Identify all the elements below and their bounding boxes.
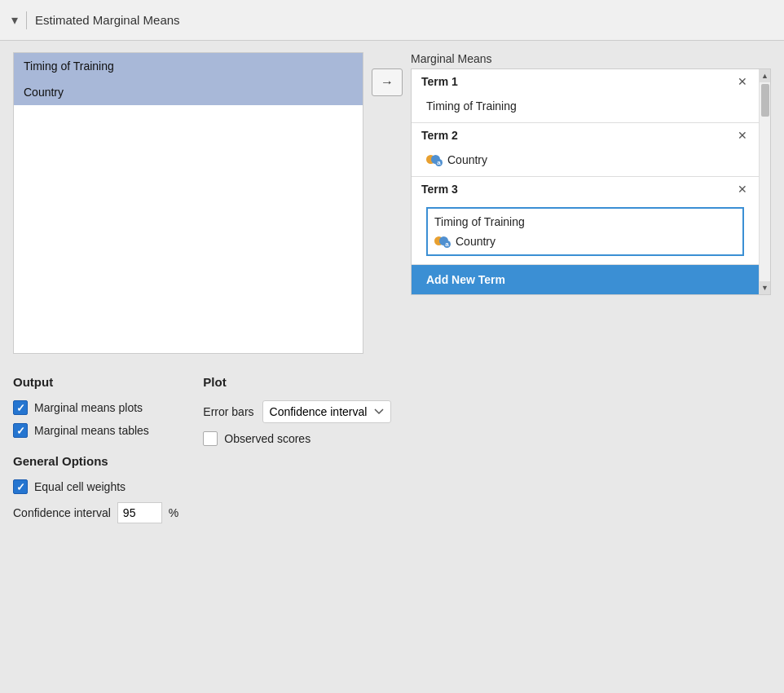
header-divider xyxy=(26,11,27,29)
marginal-means-label: Marginal Means xyxy=(411,52,771,65)
bottom-sections: Output ✓ Marginal means plots ✓ Marginal… xyxy=(13,370,771,523)
marginal-means-tables-row: ✓ Marginal means tables xyxy=(13,423,178,438)
term3-header: Term 3 ✕ xyxy=(412,177,759,201)
country-icon-term3: a xyxy=(434,235,451,248)
term3-inner-box: Timing of Training a Country xyxy=(426,207,744,256)
output-section: Output ✓ Marginal means plots ✓ Marginal… xyxy=(13,375,178,523)
observed-scores-label: Observed scores xyxy=(224,432,311,445)
plot-section-title: Plot xyxy=(203,375,390,389)
general-options-section: General Options ✓ Equal cell weights Con… xyxy=(13,454,178,523)
main-content: Timing of Training Country → Marginal Me… xyxy=(0,41,784,535)
term2-body: a Country xyxy=(412,148,759,176)
collapse-icon[interactable]: ▾ xyxy=(11,12,18,28)
list-empty-area xyxy=(14,105,363,353)
term3-timing-label: Timing of Training xyxy=(434,215,525,228)
term2-item-country: a Country xyxy=(426,152,744,168)
term3-label: Term 3 xyxy=(421,183,458,196)
country-icon-term2: a xyxy=(426,153,443,166)
term2-block: Term 2 ✕ a Country xyxy=(412,123,759,177)
term2-close-button[interactable]: ✕ xyxy=(736,130,749,141)
term1-block: Term 1 ✕ Timing of Training xyxy=(412,69,759,123)
scrollbar-area: Term 1 ✕ Timing of Training xyxy=(412,69,770,294)
term1-label: Term 1 xyxy=(421,75,458,88)
scrollbar-up-arrow[interactable]: ▲ xyxy=(760,69,771,82)
error-bars-label: Error bars xyxy=(203,405,253,418)
general-options-title: General Options xyxy=(13,454,178,468)
marginal-means-tables-label: Marginal means tables xyxy=(34,424,149,437)
term1-header: Term 1 ✕ xyxy=(412,69,759,94)
checkmark-2: ✓ xyxy=(16,426,25,436)
term1-item-timing: Timing of Training xyxy=(426,98,744,114)
header-title: Estimated Marginal Means xyxy=(35,13,180,27)
error-bars-row: Error bars Confidence interval Standard … xyxy=(203,400,390,423)
move-right-button[interactable]: → xyxy=(372,68,403,96)
marginal-means-box: Term 1 ✕ Timing of Training xyxy=(411,68,771,295)
term1-body: Timing of Training xyxy=(412,94,759,122)
observed-scores-row: Observed scores xyxy=(203,431,390,446)
term3-country-label: Country xyxy=(456,235,496,248)
left-listbox: Timing of Training Country xyxy=(13,52,363,354)
checkmark-1: ✓ xyxy=(16,403,25,413)
equal-cell-weights-row: ✓ Equal cell weights xyxy=(13,479,178,494)
term3-item-timing: Timing of Training xyxy=(434,214,736,230)
arrow-btn-container: → xyxy=(372,52,403,96)
term3-block: Term 3 ✕ Timing of Training xyxy=(412,177,759,265)
equal-cell-weights-checkbox[interactable]: ✓ xyxy=(13,479,28,494)
confidence-interval-label: Confidence interval xyxy=(13,506,111,519)
scrollbar-track: ▲ ▼ xyxy=(759,69,770,294)
header-bar: ▾ Estimated Marginal Means xyxy=(0,0,784,41)
equal-cell-weights-label: Equal cell weights xyxy=(34,480,126,493)
observed-scores-checkbox[interactable] xyxy=(203,431,218,446)
error-bars-select[interactable]: Confidence interval Standard error None xyxy=(262,400,391,423)
term2-header: Term 2 ✕ xyxy=(412,123,759,148)
term1-close-button[interactable]: ✕ xyxy=(736,76,749,87)
circle-a-2: a xyxy=(443,241,451,248)
confidence-interval-row: Confidence interval % xyxy=(13,502,178,523)
term3-item-country: a Country xyxy=(434,233,736,249)
term2-label: Term 2 xyxy=(421,129,458,142)
confidence-interval-input[interactable] xyxy=(117,502,162,523)
term3-body: Timing of Training a Country xyxy=(412,201,759,264)
marginal-means-tables-checkbox[interactable]: ✓ xyxy=(13,423,28,438)
scroll-content: Term 1 ✕ Timing of Training xyxy=(412,69,759,294)
term1-timing-label: Timing of Training xyxy=(426,99,517,113)
output-section-title: Output xyxy=(13,375,178,389)
scrollbar-down-arrow[interactable]: ▼ xyxy=(760,281,771,294)
percent-label: % xyxy=(169,506,178,519)
term2-country-label: Country xyxy=(447,153,487,166)
marginal-means-plots-checkbox[interactable]: ✓ xyxy=(13,400,28,415)
list-item-country[interactable]: Country xyxy=(14,79,363,105)
top-section: Timing of Training Country → Marginal Me… xyxy=(13,52,771,354)
scrollbar-thumb[interactable] xyxy=(761,84,769,117)
marginal-means-plots-label: Marginal means plots xyxy=(34,401,143,414)
checkmark-3: ✓ xyxy=(16,482,25,492)
circle-a-1: a xyxy=(435,159,443,166)
term3-close-button[interactable]: ✕ xyxy=(736,183,749,195)
add-new-term-button[interactable]: Add New Term xyxy=(412,265,759,294)
right-panel: Marginal Means Term 1 ✕ Timing of xyxy=(411,52,771,295)
plot-section: Plot Error bars Confidence interval Stan… xyxy=(203,375,390,523)
list-item-timing[interactable]: Timing of Training xyxy=(14,53,363,79)
marginal-means-plots-row: ✓ Marginal means plots xyxy=(13,400,178,415)
